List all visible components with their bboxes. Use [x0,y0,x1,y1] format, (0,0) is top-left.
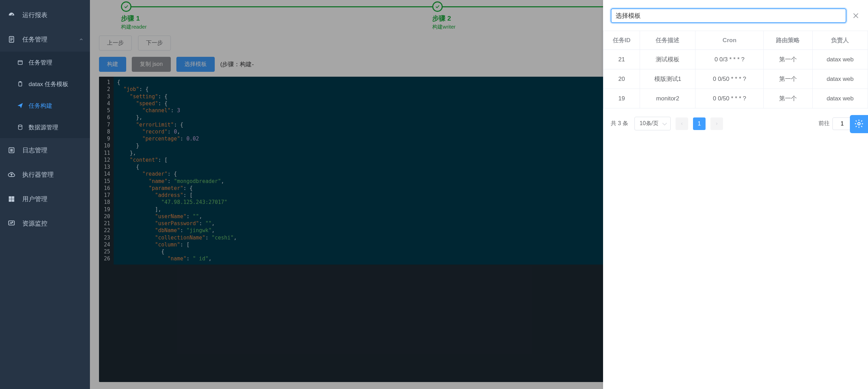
gear-icon [854,119,864,130]
table-cell: monitor2 [640,89,695,108]
paper-plane-icon [17,102,24,109]
nav-executor-management[interactable]: 执行器管理 [0,162,90,187]
nav-task-sub: 任务管理 datax 任务模板 任务构建 数据源管理 [0,52,90,138]
svg-rect-6 [9,197,11,199]
nav-sub-label: datax 任务模板 [29,80,68,88]
goto-prefix: 前往 [818,120,830,127]
pagination: 共 3 条 10条/页 1 前往 页 [603,108,868,139]
pager-page-1[interactable]: 1 [693,117,706,130]
pager-next-button[interactable] [710,117,723,130]
table-cell: 第一个 [763,89,812,108]
table-cell: 20 [603,69,640,89]
template-search-input[interactable] [611,8,846,23]
goto-page-input[interactable] [832,117,852,130]
nav-label: 用户管理 [22,195,47,203]
table-row[interactable]: 20模版测试10 0/50 * * * ?第一个datax web [603,69,868,89]
nav-sub-datax-template[interactable]: datax 任务模板 [0,73,90,95]
table-cell: datax web [812,50,868,69]
nav-sub-task-management[interactable]: 任务管理 [0,52,90,73]
table-cell: 0 0/50 * * * ? [695,69,764,89]
table-header: 任务描述 [640,31,695,50]
nav-sub-label: 数据源管理 [29,123,58,131]
grid-icon [7,194,16,204]
table-header: 任务ID [603,31,640,50]
nav-label: 执行器管理 [22,170,54,179]
nav-label: 资源监控 [22,219,47,228]
nav-sub-label: 任务管理 [29,59,52,67]
nav-user-management[interactable]: 用户管理 [0,187,90,211]
dashboard-icon [7,10,16,20]
table-cell: 模版测试1 [640,69,695,89]
nav-label: 任务管理 [22,35,47,44]
main-area: 步骤 1 步骤 2 构建reader 构建writer 上一步 下一步 构建 复… [90,0,868,389]
nav-log-management[interactable]: 日志管理 [0,138,90,162]
chevron-up-icon [79,37,84,42]
svg-rect-8 [9,199,11,201]
nav-sub-label: 任务构建 [29,102,52,110]
calendar-icon [17,59,24,66]
template-picker-panel: 任务ID任务描述Cron路由策略负责人 21测试模板0 0/3 * * * ?第… [603,0,868,389]
page-size-select[interactable]: 10条/页 [634,117,671,130]
table-cell: 测试模板 [640,50,695,69]
table-header: Cron [695,31,764,50]
document-icon [7,35,16,44]
svg-rect-1 [18,61,22,64]
pager-total: 共 3 条 [611,120,628,127]
nav-sub-task-build[interactable]: 任务构建 [0,95,90,116]
table-cell: 19 [603,89,640,108]
template-table: 任务ID任务描述Cron路由策略负责人 21测试模板0 0/3 * * * ?第… [603,31,868,108]
table-cell: 第一个 [763,69,812,89]
clipboard-icon [17,81,24,87]
nav-sub-datasource[interactable]: 数据源管理 [0,116,90,138]
svg-point-11 [858,122,860,125]
svg-rect-7 [12,197,14,199]
monitor-icon [7,219,16,228]
table-cell: 0 0/3 * * * ? [695,50,764,69]
nav-label: 运行报表 [22,11,47,19]
table-cell: datax web [812,89,868,108]
sidebar: 运行报表 任务管理 任务管理 datax 任务模板 [0,0,90,389]
table-cell: datax web [812,69,868,89]
pager-prev-button[interactable] [676,117,688,130]
close-icon[interactable] [851,11,860,20]
settings-fab[interactable] [850,115,868,133]
svg-point-4 [18,125,22,127]
nav-run-report[interactable]: 运行报表 [0,3,90,27]
table-cell: 21 [603,50,640,69]
nav-resource-monitor[interactable]: 资源监控 [0,211,90,236]
svg-rect-9 [12,199,14,201]
nav-label: 日志管理 [22,146,47,154]
svg-rect-3 [20,82,21,83]
table-cell: 0 0/50 * * * ? [695,89,764,108]
table-header: 负责人 [812,31,868,50]
table-header: 路由策略 [763,31,812,50]
table-cell: 第一个 [763,50,812,69]
list-icon [7,146,16,155]
cloud-upload-icon [7,170,16,179]
database-icon [17,124,24,131]
table-row[interactable]: 21测试模板0 0/3 * * * ?第一个datax web [603,50,868,69]
table-row[interactable]: 19monitor20 0/50 * * * ?第一个datax web [603,89,868,108]
nav-task-management[interactable]: 任务管理 [0,27,90,52]
